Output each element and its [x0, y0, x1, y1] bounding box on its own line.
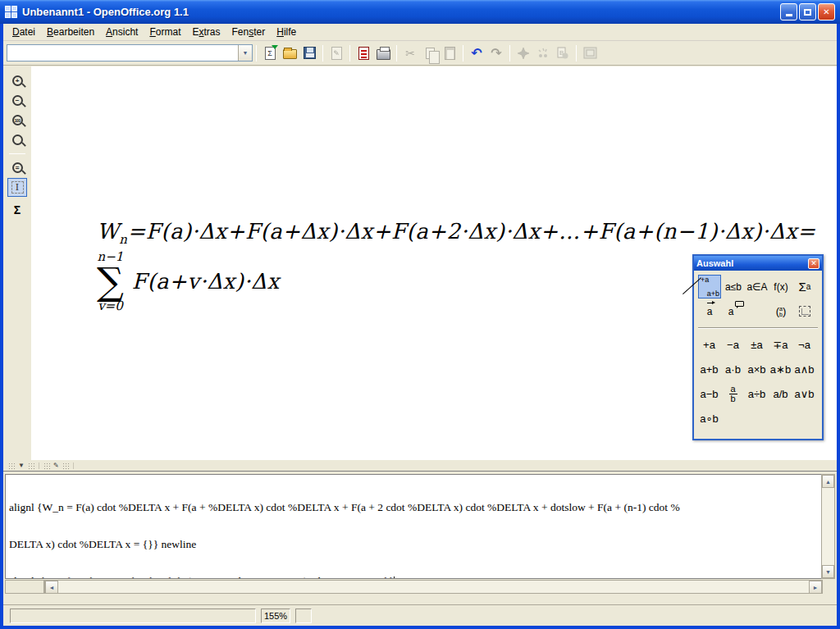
url-combobox[interactable]: ▼ — [7, 44, 253, 62]
selection-palette-window: Auswahl ✕ +a a+b a≤b a∈A f(x) Σa a a (ab… — [692, 254, 824, 440]
new-formula-button[interactable]: Σ — [260, 43, 280, 63]
command-line: DELTA x) cdot %DELTA x = {}} newline — [9, 538, 819, 550]
edit-file-icon: ✎ — [331, 47, 342, 60]
update-button[interactable]: = — [7, 158, 27, 177]
menu-format[interactable]: Format — [144, 25, 186, 39]
item-minusplus-a[interactable]: ∓a — [769, 332, 792, 357]
dock-segment-1[interactable]: ▼ — [7, 463, 39, 469]
category-functions[interactable]: f(x) — [769, 275, 792, 299]
chevron-down-icon[interactable]: ▼ — [18, 463, 25, 469]
minimize-button[interactable] — [780, 3, 797, 21]
category-attributes[interactable]: a — [698, 299, 721, 323]
update-icon: = — [12, 162, 23, 173]
menu-extras[interactable]: Extras — [187, 25, 226, 39]
scroll-down-arrow[interactable]: ▼ — [822, 565, 834, 578]
drag-grip[interactable] — [62, 463, 69, 469]
palette-title-bar[interactable]: Auswahl ✕ — [694, 256, 822, 271]
print-button[interactable] — [373, 43, 393, 63]
item-a-plus-b[interactable]: a+b — [697, 357, 721, 381]
drag-grip[interactable] — [28, 463, 34, 469]
item-a-minus-b[interactable]: a−b — [697, 381, 721, 406]
formats-icon — [799, 306, 810, 317]
command-line: alignl {sum from{%ny = 0} to{n-1} {F(a +… — [9, 575, 819, 579]
export-pdf-button[interactable] — [354, 43, 373, 63]
copy-icon — [426, 48, 435, 59]
item-neg-a[interactable]: ¬a — [792, 332, 816, 357]
save-button[interactable] — [299, 43, 319, 63]
cut-icon: ✂ — [405, 47, 415, 60]
redo-button: ↷ — [486, 43, 506, 63]
open-button[interactable] — [280, 43, 299, 63]
status-zoom-panel[interactable]: 155% — [261, 608, 290, 623]
pen-icon[interactable]: ✎ — [53, 463, 59, 469]
item-a-or-b[interactable]: a∨b — [792, 381, 816, 406]
new-formula-icon: Σ — [265, 47, 276, 60]
command-text-area[interactable]: alignl {W_n = F(a) cdot %DELTA x + F(a +… — [5, 474, 822, 579]
category-empty — [746, 299, 769, 323]
palette-title: Auswahl — [696, 258, 808, 268]
category-misc[interactable]: a — [722, 299, 745, 323]
menu-datei[interactable]: Datei — [7, 25, 41, 39]
sum-sigma: ∑ — [97, 263, 124, 299]
zoom-in-button[interactable]: + — [7, 71, 27, 90]
paste-icon — [445, 47, 455, 60]
drag-grip[interactable] — [43, 463, 50, 469]
url-input[interactable] — [7, 45, 238, 61]
menu-fenster[interactable]: Fenster — [226, 25, 272, 39]
category-formats[interactable] — [793, 299, 816, 323]
insert-icon — [536, 47, 550, 60]
gallery-button — [580, 43, 600, 63]
sum-body: F(a+v·Δx)·Δx — [132, 269, 280, 294]
formula-line-1: Wn=F(a)·Δx+F(a+Δx)·Δx+F(a+2·Δx)·Δx+…+F(a… — [97, 219, 815, 247]
item-a-times-b[interactable]: a×b — [745, 357, 769, 381]
title-bar[interactable]: Unbenannt1 - OpenOffice.org 1.1 ✕ — [0, 0, 840, 24]
zoom-100-button[interactable]: 100 — [7, 111, 27, 130]
item-a-over-b[interactable]: ab — [721, 381, 745, 406]
item-a-cdot-b[interactable]: a·b — [721, 357, 745, 381]
open-folder-icon — [283, 49, 297, 59]
drag-grip[interactable] — [8, 463, 15, 469]
undo-button[interactable]: ↶ — [467, 43, 486, 63]
category-set-operations[interactable]: a∈A — [746, 275, 769, 299]
dock-segment-2[interactable]: ✎ — [42, 463, 74, 469]
item-a-ast-b[interactable]: a∗b — [769, 357, 792, 381]
category-relations[interactable]: a≤b — [722, 275, 745, 299]
zoom-out-button[interactable]: − — [7, 91, 27, 110]
command-horizontal-scrollbar[interactable]: ◄ ► — [44, 580, 823, 594]
function-toolbar: ▼ Σ ✎ ✂ ↶ ↷ B — [3, 41, 837, 66]
item-minus-a[interactable]: −a — [721, 332, 745, 357]
menu-hilfe[interactable]: Hilfe — [271, 25, 302, 39]
palette-items: +a −a ±a ∓a ¬a a+b a·b a×b a∗b a∧b a−b a… — [694, 330, 822, 431]
scroll-left-arrow[interactable]: ◄ — [45, 581, 58, 594]
category-brackets[interactable]: (ab) — [769, 299, 792, 323]
scroll-up-arrow[interactable]: ▲ — [822, 475, 834, 488]
redo-icon: ↷ — [491, 45, 501, 61]
close-button[interactable]: ✕ — [818, 3, 835, 21]
scroll-right-arrow[interactable]: ► — [809, 581, 822, 594]
zoom-out-icon: − — [12, 95, 23, 106]
zoom-100-icon: 100 — [12, 115, 23, 125]
status-bar: 155% — [3, 604, 837, 626]
formula-cursor-icon: I — [11, 181, 24, 194]
item-a-circ-b[interactable]: a∘b — [697, 406, 721, 431]
category-unary-binary-operators[interactable]: +a a+b — [698, 275, 721, 299]
url-dropdown-button[interactable]: ▼ — [238, 45, 252, 61]
symbols-button[interactable]: Σ — [7, 200, 27, 219]
menu-bearbeiten[interactable]: Bearbeiten — [41, 25, 100, 39]
item-plusminus-a[interactable]: ±a — [745, 332, 769, 357]
command-vertical-scrollbar[interactable]: ▲ ▼ — [821, 474, 835, 579]
palette-close-button[interactable]: ✕ — [808, 258, 819, 269]
undo-icon: ↶ — [471, 45, 482, 61]
maximize-button[interactable] — [799, 3, 816, 21]
item-a-div-b[interactable]: a÷b — [745, 381, 769, 406]
item-plus-a[interactable]: +a — [697, 332, 721, 357]
formula-cursor-button[interactable]: I — [7, 178, 27, 197]
category-operators[interactable]: Σa — [793, 275, 816, 299]
item-a-and-b[interactable]: a∧b — [792, 357, 816, 381]
item-a-slash-b[interactable]: a/b — [769, 381, 792, 406]
menu-ansicht[interactable]: Ansicht — [100, 25, 144, 39]
status-message-panel — [10, 608, 256, 623]
cut-button: ✂ — [400, 43, 420, 63]
gallery-icon — [583, 47, 597, 59]
zoom-all-button[interactable] — [7, 130, 27, 149]
